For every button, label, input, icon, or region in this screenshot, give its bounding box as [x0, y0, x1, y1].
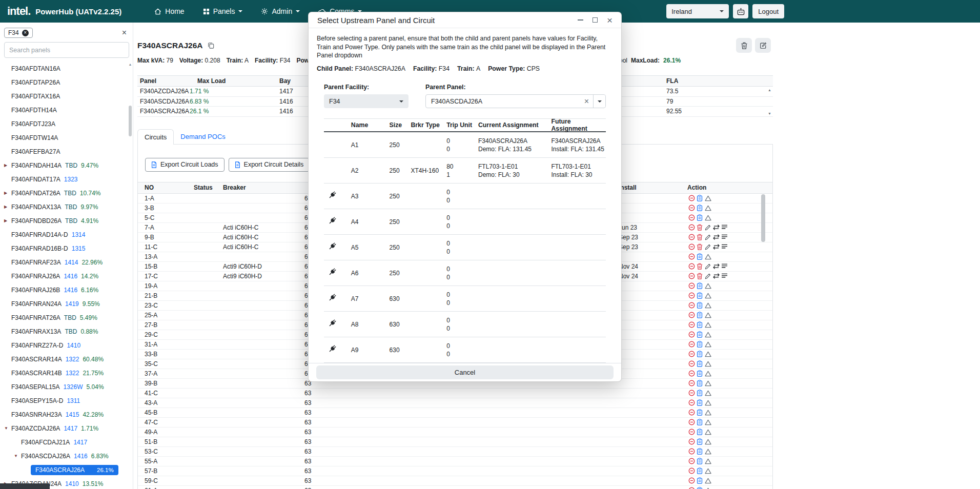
- panel-tree-item[interactable]: F340AFDTAN16A: [0, 62, 128, 75]
- clipboard-icon[interactable]: [696, 380, 704, 386]
- clipboard-icon[interactable]: [696, 312, 704, 318]
- panel-tree-item[interactable]: ▶F340AFNDAX13ATBD9.97%: [0, 200, 128, 214]
- logout-button[interactable]: Logout: [752, 4, 784, 18]
- panel-tree-item[interactable]: F340ASCRAJ26A26.1%: [0, 463, 128, 477]
- remove-circle-icon[interactable]: [687, 370, 696, 377]
- remove-circle-icon[interactable]: [687, 341, 696, 348]
- warning-triangle-icon[interactable]: [704, 449, 712, 455]
- remove-circle-icon[interactable]: [687, 360, 696, 367]
- warning-triangle-icon[interactable]: [704, 351, 712, 357]
- panel-tree-item[interactable]: F340ASCRAR14A132260.48%: [0, 352, 128, 366]
- assistant-button[interactable]: [733, 4, 748, 18]
- clipboard-icon[interactable]: [696, 419, 704, 425]
- clipboard-icon[interactable]: [696, 458, 704, 464]
- scroll-up-icon[interactable]: ▲: [768, 88, 771, 92]
- remove-circle-icon[interactable]: [687, 419, 696, 425]
- edit-panel-button[interactable]: [755, 38, 771, 53]
- remove-circle-icon[interactable]: [687, 224, 696, 231]
- remove-circle-icon[interactable]: [687, 458, 696, 464]
- details-bars-icon[interactable]: [720, 263, 728, 269]
- panel-tree-item[interactable]: F340AFCDAJ21A1417: [0, 435, 128, 449]
- panel-tree-item[interactable]: F340AFDTJ23A: [0, 117, 128, 131]
- remove-circle-icon[interactable]: [687, 195, 696, 201]
- clipboard-icon[interactable]: [696, 360, 704, 367]
- nav-item-panels[interactable]: Panels: [203, 7, 243, 15]
- minimize-icon[interactable]: [578, 19, 583, 21]
- clear-selection-icon[interactable]: ×: [580, 97, 593, 106]
- remove-circle-icon[interactable]: [687, 302, 696, 309]
- warning-triangle-icon[interactable]: [704, 439, 712, 445]
- remove-circle-icon[interactable]: [687, 214, 696, 221]
- warning-triangle-icon[interactable]: [704, 458, 712, 464]
- scroll-up-icon[interactable]: ▲: [128, 63, 132, 66]
- collapse-arrow-icon[interactable]: ▼: [14, 454, 21, 458]
- nav-item-home[interactable]: Home: [154, 7, 184, 15]
- trash-icon[interactable]: [696, 273, 704, 279]
- trash-icon[interactable]: [696, 263, 704, 270]
- circuit-row[interactable]: 41-C63: [138, 389, 772, 398]
- button-export-circuit-loads[interactable]: Export Circuit Loads: [145, 158, 224, 172]
- circuit-row[interactable]: 55-A63: [138, 457, 772, 466]
- swap-arrows-icon[interactable]: [712, 263, 720, 269]
- swap-arrows-icon[interactable]: [712, 273, 720, 279]
- remove-circle-icon[interactable]: [687, 390, 696, 396]
- clipboard-icon[interactable]: [696, 370, 704, 377]
- remove-circle-icon[interactable]: [687, 205, 696, 211]
- scrollbar-thumb[interactable]: [129, 106, 132, 136]
- circuit-row[interactable]: 49-A63: [138, 427, 772, 437]
- remove-circle-icon[interactable]: [687, 487, 696, 489]
- panel-tree-item[interactable]: F340AFNRAN24A14199.55%: [0, 297, 128, 311]
- details-bars-icon[interactable]: [720, 225, 728, 230]
- panel-tree-item[interactable]: ▶F340AFNDBD26ATBD4.91%: [0, 214, 128, 228]
- remove-circle-icon[interactable]: [687, 321, 696, 328]
- warning-triangle-icon[interactable]: [704, 322, 712, 328]
- details-bars-icon[interactable]: [720, 244, 728, 250]
- warning-triangle-icon[interactable]: [704, 302, 712, 309]
- nav-item-admin[interactable]: Admin: [261, 7, 300, 15]
- parent-panel-combobox[interactable]: F340ASCDAJ26A ×: [425, 94, 606, 108]
- warning-triangle-icon[interactable]: [704, 429, 712, 435]
- panel-tree-item[interactable]: F340AFDTAX16A: [0, 89, 128, 103]
- selected-panel[interactable]: F340ASCRAJ26A26.1%: [31, 465, 118, 475]
- chip-remove-icon[interactable]: ×: [22, 30, 29, 36]
- panel-tree-item[interactable]: F340AFNRAJ26B14166.16%: [0, 283, 128, 297]
- expand-arrow-icon[interactable]: ▶: [4, 191, 11, 195]
- scroll-down-icon[interactable]: ▼: [768, 112, 771, 115]
- warning-triangle-icon[interactable]: [704, 332, 712, 338]
- clipboard-icon[interactable]: [696, 282, 704, 289]
- clipboard-icon[interactable]: [696, 351, 704, 357]
- clipboard-icon[interactable]: [696, 321, 704, 328]
- remove-circle-icon[interactable]: [687, 282, 696, 289]
- warning-triangle-icon[interactable]: [704, 312, 712, 318]
- collapse-arrow-icon[interactable]: ▼: [4, 426, 11, 431]
- warning-triangle-icon[interactable]: [704, 468, 712, 474]
- clear-filter-icon[interactable]: ×: [122, 29, 127, 37]
- circuits-scrollbar[interactable]: [761, 145, 765, 489]
- remove-circle-icon[interactable]: [687, 351, 696, 357]
- details-bars-icon[interactable]: [720, 273, 728, 279]
- panel-tree-item[interactable]: F340AFDTAP26A: [0, 75, 128, 89]
- panel-table-scrollbar[interactable]: ▲ ▼: [767, 87, 773, 117]
- panel-tree-item[interactable]: F340AFNRAF23A141422.96%: [0, 255, 128, 269]
- warning-triangle-icon[interactable]: [704, 487, 712, 489]
- assign-plug-icon[interactable]: [328, 293, 337, 302]
- warning-triangle-icon[interactable]: [704, 215, 712, 221]
- parent-circuit-row[interactable]: A425000: [324, 209, 606, 235]
- trash-icon[interactable]: [696, 224, 704, 231]
- parent-circuit-row[interactable]: A125000F340ASCRAJ26ADemo: FLA: 131.45F34…: [324, 132, 606, 158]
- warning-triangle-icon[interactable]: [704, 361, 712, 367]
- button-export-circuit-details[interactable]: Export Circuit Details: [229, 158, 310, 172]
- parent-circuit-row[interactable]: A325000: [324, 184, 606, 209]
- edit-pencil-icon[interactable]: [704, 273, 712, 279]
- panel-tree-item[interactable]: F340AFNRAT26ATBD5.49%: [0, 311, 128, 324]
- remove-circle-icon[interactable]: [687, 399, 696, 406]
- edit-pencil-icon[interactable]: [704, 225, 712, 231]
- remove-circle-icon[interactable]: [687, 273, 696, 279]
- panel-tree-item[interactable]: F340ASNRAH23A141542.28%: [0, 408, 128, 421]
- warning-triangle-icon[interactable]: [704, 478, 712, 484]
- clipboard-icon[interactable]: [696, 331, 704, 338]
- swap-arrows-icon[interactable]: [712, 244, 720, 250]
- parent-circuit-row[interactable]: A625000: [324, 260, 606, 286]
- delete-panel-button[interactable]: [736, 38, 752, 53]
- remove-circle-icon[interactable]: [687, 380, 696, 386]
